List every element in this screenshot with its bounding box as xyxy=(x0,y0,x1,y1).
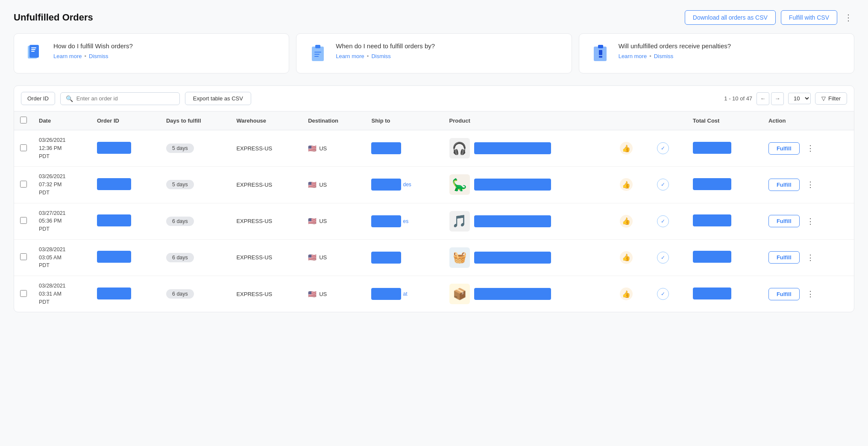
ship-to-redacted xyxy=(371,215,401,227)
dismiss-link-3[interactable]: Dismiss xyxy=(654,53,674,59)
thumbs-up-icon[interactable]: 👍 xyxy=(620,142,633,155)
header-product-actions xyxy=(614,112,651,130)
row-checkbox-cell xyxy=(14,130,33,167)
row-checkbox[interactable] xyxy=(20,181,27,188)
header-action: Action xyxy=(762,112,854,130)
row-product: 🎵 xyxy=(443,203,614,239)
row-date: 03/28/202103:31 AMPDT xyxy=(33,276,91,312)
page-size-select[interactable]: 10 25 50 xyxy=(788,93,811,104)
fulfill-button[interactable]: Fulfill xyxy=(768,215,800,227)
row-order-id xyxy=(91,239,160,276)
days-badge: 5 days xyxy=(166,180,194,189)
order-id-filter-button[interactable]: Order ID xyxy=(21,92,55,105)
row-more-icon[interactable]: ⋮ xyxy=(803,288,818,300)
days-badge: 6 days xyxy=(166,253,194,262)
check-icon[interactable]: ✓ xyxy=(657,252,669,264)
thumbs-up-icon[interactable]: 👍 xyxy=(620,288,633,300)
page-nav: ← → xyxy=(757,92,784,105)
row-order-id xyxy=(91,203,160,239)
row-destination: 🇺🇸 US xyxy=(302,130,365,167)
thumbs-up-icon[interactable]: 👍 xyxy=(620,178,633,191)
row-more-icon[interactable]: ⋮ xyxy=(803,178,818,191)
header-checkbox-cell xyxy=(14,112,33,130)
product-cell: 🦕 xyxy=(449,174,608,195)
row-order-id xyxy=(91,276,160,312)
row-date: 03/28/202103:05 AMPDT xyxy=(33,239,91,276)
row-destination: 🇺🇸 US xyxy=(302,276,365,312)
destination-text: US xyxy=(319,291,327,297)
product-cell: 📦 xyxy=(449,284,608,304)
product-name-redacted xyxy=(474,288,551,300)
product-name-redacted xyxy=(474,252,551,264)
download-csv-button[interactable]: Download all orders as CSV xyxy=(685,10,776,25)
row-date: 03/26/202112:36 PMPDT xyxy=(33,130,91,167)
header-date: Date xyxy=(33,112,91,130)
card-title-1: How do I fulfill Wish orders? xyxy=(53,42,133,50)
fulfill-button[interactable]: Fulfill xyxy=(768,179,800,191)
row-check-icon: ✓ xyxy=(651,276,687,312)
prev-page-button[interactable]: ← xyxy=(757,92,769,105)
header-total-cost: Total Cost xyxy=(687,112,762,130)
page-header: Unfulfilled Orders Download all orders a… xyxy=(14,10,854,25)
row-more-icon[interactable]: ⋮ xyxy=(803,142,818,155)
thumbs-up-icon[interactable]: 👍 xyxy=(620,251,633,264)
row-order-id xyxy=(91,130,160,167)
header-more-icon[interactable]: ⋮ xyxy=(842,11,854,24)
fulfill-button[interactable]: Fulfill xyxy=(768,142,800,155)
next-page-button[interactable]: → xyxy=(771,92,784,105)
row-more-icon[interactable]: ⋮ xyxy=(803,215,818,228)
orders-table: Date Order ID Days to fulfill Warehouse … xyxy=(14,112,854,312)
row-action: Fulfill ⋮ xyxy=(762,203,854,239)
info-cards-container: How do I fulfill Wish orders? Learn more… xyxy=(14,33,854,73)
days-badge: 6 days xyxy=(166,217,194,226)
row-ship-to: es xyxy=(365,203,443,239)
row-checkbox[interactable] xyxy=(20,290,27,297)
learn-more-link-1[interactable]: Learn more xyxy=(53,53,82,59)
row-checkbox[interactable] xyxy=(20,253,27,260)
check-icon[interactable]: ✓ xyxy=(657,215,669,227)
dismiss-link-1[interactable]: Dismiss xyxy=(89,53,108,59)
row-action: Fulfill ⋮ xyxy=(762,167,854,203)
thumbs-up-icon[interactable]: 👍 xyxy=(620,215,633,228)
total-cost-redacted xyxy=(693,288,731,299)
product-cell: 🎵 xyxy=(449,211,608,232)
check-icon[interactable]: ✓ xyxy=(657,288,669,300)
pagination-info: 1 - 10 of 47 xyxy=(724,95,752,102)
row-checkbox[interactable] xyxy=(20,217,27,224)
row-warehouse: EXPRESS-US xyxy=(230,130,302,167)
row-total-cost xyxy=(687,130,762,167)
filter-button[interactable]: ▽ Filter xyxy=(815,92,847,105)
row-more-icon[interactable]: ⋮ xyxy=(803,251,818,264)
learn-more-link-3[interactable]: Learn more xyxy=(619,53,647,59)
table-row: 03/28/202103:31 AMPDT 6 days EXPRESS-US … xyxy=(14,276,854,312)
product-name-redacted xyxy=(474,142,551,154)
row-warehouse: EXPRESS-US xyxy=(230,167,302,203)
check-icon[interactable]: ✓ xyxy=(657,179,669,191)
dismiss-link-2[interactable]: Dismiss xyxy=(371,53,391,59)
export-csv-button[interactable]: Export table as CSV xyxy=(185,92,251,105)
clipboard-icon xyxy=(307,42,329,65)
card-title-3: Will unfulfilled orders receive penaltie… xyxy=(619,42,731,50)
row-product: 🎧 xyxy=(443,130,614,167)
search-input[interactable] xyxy=(76,95,174,102)
row-total-cost xyxy=(687,203,762,239)
row-total-cost xyxy=(687,276,762,312)
svg-rect-10 xyxy=(314,56,319,57)
row-checkbox[interactable] xyxy=(20,144,27,151)
fulfill-csv-button[interactable]: Fulfill with CSV xyxy=(781,10,837,25)
card-title-2: When do I need to fulfill orders by? xyxy=(336,42,435,50)
row-ship-to: at xyxy=(365,276,443,312)
card-content-1: How do I fulfill Wish orders? Learn more… xyxy=(53,42,133,59)
check-icon[interactable]: ✓ xyxy=(657,142,669,154)
ship-to-redacted xyxy=(371,252,401,264)
row-thumb-icon: 👍 xyxy=(614,239,651,276)
fulfill-button[interactable]: Fulfill xyxy=(768,288,800,300)
destination-text: US xyxy=(319,218,327,224)
learn-more-link-2[interactable]: Learn more xyxy=(336,53,364,59)
row-check-icon: ✓ xyxy=(651,239,687,276)
fulfill-button[interactable]: Fulfill xyxy=(768,251,800,264)
row-action: Fulfill ⋮ xyxy=(762,276,854,312)
ship-to-redacted xyxy=(371,288,401,300)
row-thumb-icon: 👍 xyxy=(614,167,651,203)
select-all-checkbox[interactable] xyxy=(20,117,27,123)
